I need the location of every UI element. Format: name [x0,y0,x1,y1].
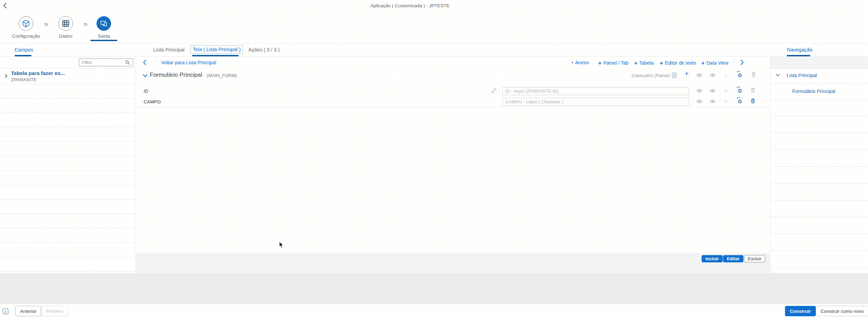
gear-settings-icon[interactable]: ⚙ [738,99,742,104]
field-label: CAMPO [144,99,161,104]
gear-settings-icon[interactable]: ⚙ [738,72,742,78]
step-configuracao[interactable] [19,16,33,31]
sort-arrows-icon[interactable]: ↑↓ [724,88,727,93]
application-window: Aplicação ( Customizada ) - JPTESTE Conf… [0,0,868,318]
sort-arrows-icon[interactable]: ↑↓ [724,72,727,77]
chevrons-right-icon: » [83,20,88,28]
tab-tela-lista-principal[interactable]: Tela ( Lista Principal ) [191,45,243,54]
gear-settings-icon[interactable]: ⚙ [738,88,742,94]
add-field-icon[interactable]: + [685,69,689,78]
anexo-menu-button[interactable]: ▾Anexo [572,60,589,65]
form-title: Formulário Principal [150,72,202,78]
page-background-band [0,273,868,303]
tab-campos[interactable]: Campos [15,47,33,53]
back-icon[interactable] [3,2,8,9]
devices-icon [100,19,108,28]
navigation-subheader [770,57,868,68]
nav-node-label[interactable]: Lista Principal [787,73,817,78]
step-label-dados: Dados [45,34,86,39]
collapse-chevron-down-icon[interactable] [143,74,148,77]
form-technical-name: (MAIN_FORM) [207,73,237,78]
add-painel-tab-button[interactable]: +Painel / Tab [598,60,629,67]
step-label-saida: Saída [83,34,125,39]
tab-lista-principal[interactable]: Lista Principal [153,47,184,53]
eye-icon[interactable] [710,100,715,103]
back-to-list-link[interactable]: Voltar para Lista Principal [161,60,216,65]
table-title: Tabela para fazer os... [11,70,65,76]
field-row-id: ID ↑↓ ⚙ [136,85,770,96]
trash-icon[interactable] [751,98,755,104]
plus-icon: + [634,60,638,66]
construir-como-novo-button[interactable]: Construir como novo [816,306,868,316]
wizard-bar: Configuração » Dados » Saída [0,11,868,43]
tab-navegacao[interactable]: Navegação [787,47,812,53]
field-binding-input[interactable] [502,98,689,106]
search-icon[interactable] [125,60,130,65]
proximo-button[interactable]: Próximo [41,306,68,316]
add-data-view-button[interactable]: +Data View [701,60,729,67]
step-label-configuracao: Configuração [5,34,47,39]
table-grid-icon [62,20,70,27]
nav-node-lista-principal[interactable]: Lista Principal [770,68,868,83]
header-panel-hint: Cabeçalho (Painel) [612,73,670,78]
step-saida[interactable] [97,16,111,31]
window-title: Aplicação ( Customizada ) - JPTESTE [371,3,450,8]
info-icon[interactable]: i [3,309,8,314]
plus-icon: + [660,60,663,66]
excluir-button[interactable]: Excluir [744,255,765,262]
panel-form-icon[interactable] [672,72,677,78]
left-panel: Tabela para fazer os... ZPARASITE [0,57,136,273]
link-chain-icon[interactable] [491,88,496,93]
step-dados[interactable] [58,16,73,31]
field-label: ID [144,88,148,94]
field-row-campo: CAMPO ↑↓ ⚙ [136,96,770,107]
fields-list-empty [0,84,136,273]
eye-icon[interactable] [696,73,702,77]
nav-node-label[interactable]: Formulário Principal [792,88,835,94]
nav-node-formulario-principal[interactable]: Formulário Principal [770,83,868,100]
navigation-empty-rows [770,100,868,273]
plus-icon: + [701,60,705,66]
eye-icon[interactable] [710,73,715,77]
back-to-list-icon[interactable] [143,59,147,65]
form-header: Formulário Principal (MAIN_FORM) Cabeçal… [136,68,770,85]
editar-button[interactable]: Editar [723,255,743,262]
bottom-bar: i Anterior Próximo Construir Construir c… [0,303,868,318]
add-tabela-button[interactable]: +Tabela [634,60,654,67]
plus-icon: + [598,60,602,66]
sort-arrows-icon[interactable]: ↑↓ [724,99,727,104]
field-binding-input[interactable] [502,87,689,95]
table-name: ZPARASITE [11,77,37,82]
chevron-down-icon[interactable] [776,74,780,77]
table-tree-item[interactable]: Tabela para fazer os... ZPARASITE [0,68,136,84]
construir-button[interactable]: Construir [785,306,816,316]
right-panel: Lista Principal Formulário Principal [770,57,868,273]
anterior-button[interactable]: Anterior [15,306,41,316]
tab-strip: Campos Lista Principal Tela ( Lista Prin… [0,44,868,56]
trash-icon [751,72,756,77]
eye-icon[interactable] [696,89,702,93]
add-editor-texto-button[interactable]: +Editor de texto [660,60,696,67]
trash-icon [751,87,755,93]
eye-icon[interactable] [696,100,702,103]
tab-acoes[interactable]: Ações ( 0 / 3 ) [248,47,280,53]
active-step-underline [90,40,117,41]
chevrons-right-icon: » [44,20,48,28]
incluir-button[interactable]: Incluir [702,255,723,262]
mouse-cursor [279,241,284,249]
chevron-right-icon[interactable] [4,74,8,78]
form-footer: Incluir Editar Excluir [136,253,770,273]
triangle-down-icon: ▾ [572,61,573,64]
cube-icon [22,19,30,28]
toolbar-chevron-right-icon[interactable] [740,59,744,65]
eye-icon[interactable] [710,89,715,93]
top-header: Aplicação ( Customizada ) - JPTESTE [0,0,868,11]
screen-toolbar: Voltar para Lista Principal ▾Anexo +Pain… [136,57,770,68]
